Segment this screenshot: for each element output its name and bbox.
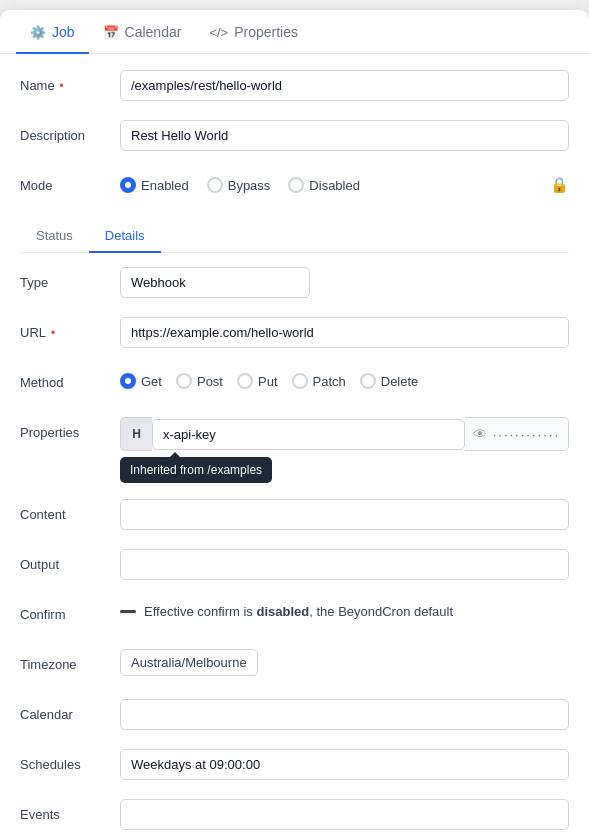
- method-put-radio[interactable]: [237, 373, 253, 389]
- type-row: Type: [20, 267, 569, 303]
- output-label: Output: [20, 549, 120, 572]
- method-post[interactable]: Post: [176, 373, 223, 389]
- schedules-input[interactable]: [120, 749, 569, 780]
- confirm-content: Effective confirm is disabled, the Beyon…: [120, 599, 569, 619]
- prop-h-button[interactable]: H: [120, 417, 152, 451]
- name-label: Name •: [20, 70, 120, 93]
- tab-bar: ⚙️ Job 📅 Calendar </> Properties: [0, 10, 589, 54]
- mode-row: Mode Enabled Bypass Disabled 🔒: [20, 170, 569, 206]
- mode-enabled[interactable]: Enabled: [120, 177, 189, 193]
- name-control: [120, 70, 569, 101]
- prop-tooltip: Inherited from /examples: [120, 457, 272, 483]
- properties-row: Properties H 👁 ············ Inherited fr…: [20, 417, 569, 453]
- sub-tabs: Status Details: [20, 220, 569, 253]
- content-row: Content: [20, 499, 569, 535]
- description-control: [120, 120, 569, 151]
- method-label: Method: [20, 367, 120, 390]
- properties-control: H 👁 ············ Inherited from /example…: [120, 417, 569, 451]
- timezone-control: Australia/Melbourne: [120, 649, 569, 676]
- properties-label: Properties: [20, 417, 120, 440]
- url-control: [120, 317, 569, 348]
- confirm-text: Effective confirm is disabled, the Beyon…: [144, 604, 453, 619]
- tab-job-label: Job: [52, 24, 75, 40]
- timezone-badge[interactable]: Australia/Melbourne: [120, 649, 258, 676]
- form-content: Name • Description Mode Enabled: [0, 54, 589, 837]
- main-window: ⚙️ Job 📅 Calendar </> Properties Name • …: [0, 10, 589, 837]
- url-row: URL •: [20, 317, 569, 353]
- tab-properties[interactable]: </> Properties: [195, 10, 312, 54]
- content-label: Content: [20, 499, 120, 522]
- method-delete-radio[interactable]: [360, 373, 376, 389]
- url-required: •: [47, 325, 55, 340]
- mode-enabled-radio[interactable]: [120, 177, 136, 193]
- calendar-label: Calendar: [20, 699, 120, 722]
- name-row: Name •: [20, 70, 569, 106]
- sub-tab-status[interactable]: Status: [20, 220, 89, 253]
- mode-disabled-radio[interactable]: [288, 177, 304, 193]
- type-label: Type: [20, 267, 120, 290]
- tab-calendar-label: Calendar: [125, 24, 182, 40]
- method-put[interactable]: Put: [237, 373, 278, 389]
- url-input[interactable]: [120, 317, 569, 348]
- sub-tab-details[interactable]: Details: [89, 220, 161, 253]
- method-patch-radio[interactable]: [292, 373, 308, 389]
- timezone-row: Timezone Australia/Melbourne: [20, 649, 569, 685]
- gear-icon: ⚙️: [30, 25, 46, 40]
- method-delete[interactable]: Delete: [360, 373, 419, 389]
- mode-label: Mode: [20, 170, 120, 193]
- properties-input-row: H 👁 ············: [120, 417, 569, 451]
- mode-disabled[interactable]: Disabled: [288, 177, 360, 193]
- prop-key-input[interactable]: [152, 419, 465, 450]
- calendar-icon: 📅: [103, 25, 119, 40]
- schedules-label: Schedules: [20, 749, 120, 772]
- output-control: [120, 549, 569, 580]
- method-options: Get Post Put Patch Delete: [120, 367, 418, 389]
- schedules-control: [120, 749, 569, 780]
- code-icon: </>: [209, 25, 228, 40]
- events-label: Events: [20, 799, 120, 822]
- mode-bypass[interactable]: Bypass: [207, 177, 271, 193]
- tab-job[interactable]: ⚙️ Job: [16, 10, 89, 54]
- confirm-dash-icon: [120, 610, 136, 613]
- confirm-row: Confirm Effective confirm is disabled, t…: [20, 599, 569, 635]
- prop-value-area: 👁 ············: [465, 417, 569, 451]
- calendar-control: [120, 699, 569, 730]
- calendar-input[interactable]: [120, 699, 569, 730]
- prop-value-masked: ············: [493, 427, 560, 442]
- timezone-label: Timezone: [20, 649, 120, 672]
- method-row: Method Get Post Put Patch: [20, 367, 569, 403]
- name-required: •: [56, 78, 64, 93]
- type-input[interactable]: [120, 267, 310, 298]
- url-label: URL •: [20, 317, 120, 340]
- output-input[interactable]: [120, 549, 569, 580]
- mode-bypass-radio[interactable]: [207, 177, 223, 193]
- method-post-radio[interactable]: [176, 373, 192, 389]
- output-row: Output: [20, 549, 569, 585]
- mode-options: Enabled Bypass Disabled 🔒: [120, 170, 569, 194]
- method-get[interactable]: Get: [120, 373, 162, 389]
- calendar-row: Calendar: [20, 699, 569, 735]
- description-row: Description: [20, 120, 569, 156]
- events-control: [120, 799, 569, 830]
- description-label: Description: [20, 120, 120, 143]
- content-control: [120, 499, 569, 530]
- tab-calendar[interactable]: 📅 Calendar: [89, 10, 196, 54]
- tab-properties-label: Properties: [234, 24, 298, 40]
- content-input[interactable]: [120, 499, 569, 530]
- method-patch[interactable]: Patch: [292, 373, 346, 389]
- events-row: Events: [20, 799, 569, 835]
- method-get-radio[interactable]: [120, 373, 136, 389]
- type-control: [120, 267, 569, 298]
- eye-slash-icon[interactable]: 👁: [473, 426, 487, 442]
- description-input[interactable]: [120, 120, 569, 151]
- lock-icon: 🔒: [550, 176, 569, 194]
- events-input[interactable]: [120, 799, 569, 830]
- name-input[interactable]: [120, 70, 569, 101]
- confirm-label: Confirm: [20, 599, 120, 622]
- schedules-row: Schedules: [20, 749, 569, 785]
